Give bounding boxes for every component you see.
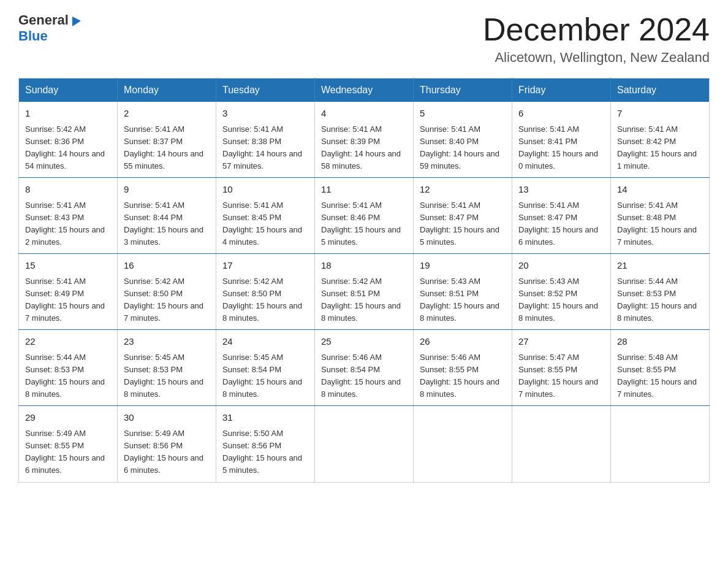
calendar-cell: 23Sunrise: 5:45 AMSunset: 8:53 PMDayligh…: [118, 330, 216, 406]
calendar-cell: 18Sunrise: 5:42 AMSunset: 8:51 PMDayligh…: [315, 254, 414, 330]
day-info: Sunrise: 5:44 AMSunset: 8:53 PMDaylight:…: [617, 277, 697, 323]
day-number: 27: [518, 335, 604, 349]
day-number: 8: [25, 183, 111, 197]
calendar-cell: 14Sunrise: 5:41 AMSunset: 8:48 PMDayligh…: [611, 178, 710, 254]
day-info: Sunrise: 5:50 AMSunset: 8:56 PMDaylight:…: [222, 429, 302, 475]
calendar-cell: 12Sunrise: 5:41 AMSunset: 8:47 PMDayligh…: [414, 178, 512, 254]
calendar-week-row: 8Sunrise: 5:41 AMSunset: 8:43 PMDaylight…: [19, 178, 710, 254]
calendar-cell: 5Sunrise: 5:41 AMSunset: 8:40 PMDaylight…: [414, 102, 512, 178]
day-number: 19: [420, 259, 506, 273]
calendar-week-row: 29Sunrise: 5:49 AMSunset: 8:55 PMDayligh…: [19, 406, 710, 482]
calendar-cell: 29Sunrise: 5:49 AMSunset: 8:55 PMDayligh…: [19, 406, 118, 482]
day-number: 12: [420, 183, 506, 197]
day-info: Sunrise: 5:46 AMSunset: 8:55 PMDaylight:…: [420, 353, 499, 399]
calendar-cell: 24Sunrise: 5:45 AMSunset: 8:54 PMDayligh…: [216, 330, 315, 406]
calendar-cell: 2Sunrise: 5:41 AMSunset: 8:37 PMDaylight…: [118, 102, 216, 178]
day-info: Sunrise: 5:41 AMSunset: 8:42 PMDaylight:…: [617, 124, 697, 170]
day-info: Sunrise: 5:41 AMSunset: 8:47 PMDaylight:…: [518, 201, 598, 247]
day-info: Sunrise: 5:49 AMSunset: 8:55 PMDaylight:…: [25, 429, 105, 475]
day-info: Sunrise: 5:41 AMSunset: 8:39 PMDaylight:…: [321, 124, 401, 170]
calendar-cell: 9Sunrise: 5:41 AMSunset: 8:44 PMDaylight…: [118, 178, 216, 254]
day-number: 18: [321, 259, 407, 273]
calendar-cell: 25Sunrise: 5:46 AMSunset: 8:54 PMDayligh…: [315, 330, 414, 406]
logo: General Blue: [18, 12, 83, 44]
day-number: 28: [617, 335, 703, 349]
day-number: 21: [617, 259, 703, 273]
day-info: Sunrise: 5:49 AMSunset: 8:56 PMDaylight:…: [124, 429, 203, 475]
day-info: Sunrise: 5:43 AMSunset: 8:51 PMDaylight:…: [420, 277, 499, 323]
day-number: 1: [25, 107, 111, 121]
calendar-cell: 16Sunrise: 5:42 AMSunset: 8:50 PMDayligh…: [118, 254, 216, 330]
day-info: Sunrise: 5:41 AMSunset: 8:38 PMDaylight:…: [222, 124, 302, 170]
day-number: 31: [222, 411, 308, 425]
calendar-cell: 15Sunrise: 5:41 AMSunset: 8:49 PMDayligh…: [19, 254, 118, 330]
day-info: Sunrise: 5:41 AMSunset: 8:40 PMDaylight:…: [420, 124, 499, 170]
calendar-cell: 27Sunrise: 5:47 AMSunset: 8:55 PMDayligh…: [512, 330, 611, 406]
logo-blue-text: Blue: [18, 28, 48, 44]
calendar-header-saturday: Saturday: [611, 79, 710, 102]
calendar-cell: 22Sunrise: 5:44 AMSunset: 8:53 PMDayligh…: [19, 330, 118, 406]
day-number: 5: [420, 107, 506, 121]
day-info: Sunrise: 5:45 AMSunset: 8:53 PMDaylight:…: [124, 353, 203, 399]
calendar-cell: 26Sunrise: 5:46 AMSunset: 8:55 PMDayligh…: [414, 330, 512, 406]
day-info: Sunrise: 5:42 AMSunset: 8:36 PMDaylight:…: [25, 124, 105, 170]
day-info: Sunrise: 5:42 AMSunset: 8:50 PMDaylight:…: [124, 277, 203, 323]
calendar-cell: 28Sunrise: 5:48 AMSunset: 8:55 PMDayligh…: [611, 330, 710, 406]
calendar-header-thursday: Thursday: [414, 79, 512, 102]
calendar-cell: [512, 406, 611, 482]
day-info: Sunrise: 5:41 AMSunset: 8:41 PMDaylight:…: [518, 124, 598, 170]
day-number: 23: [124, 335, 210, 349]
day-info: Sunrise: 5:45 AMSunset: 8:54 PMDaylight:…: [222, 353, 302, 399]
calendar-header-friday: Friday: [512, 79, 611, 102]
location-text: Alicetown, Wellington, New Zealand: [483, 50, 710, 66]
page-header: General Blue December 2024 Alicetown, We…: [18, 12, 710, 66]
calendar-table: SundayMondayTuesdayWednesdayThursdayFrid…: [18, 78, 710, 482]
day-number: 7: [617, 107, 703, 121]
calendar-cell: [414, 406, 512, 482]
svg-marker-0: [72, 17, 81, 26]
day-info: Sunrise: 5:42 AMSunset: 8:51 PMDaylight:…: [321, 277, 401, 323]
day-info: Sunrise: 5:44 AMSunset: 8:53 PMDaylight:…: [25, 353, 105, 399]
calendar-cell: 19Sunrise: 5:43 AMSunset: 8:51 PMDayligh…: [414, 254, 512, 330]
day-info: Sunrise: 5:41 AMSunset: 8:37 PMDaylight:…: [124, 124, 203, 170]
day-number: 17: [222, 259, 308, 273]
day-number: 29: [25, 411, 111, 425]
day-info: Sunrise: 5:41 AMSunset: 8:43 PMDaylight:…: [25, 201, 105, 247]
calendar-cell: [611, 406, 710, 482]
day-number: 9: [124, 183, 210, 197]
calendar-cell: 6Sunrise: 5:41 AMSunset: 8:41 PMDaylight…: [512, 102, 611, 178]
calendar-cell: 11Sunrise: 5:41 AMSunset: 8:46 PMDayligh…: [315, 178, 414, 254]
calendar-cell: 4Sunrise: 5:41 AMSunset: 8:39 PMDaylight…: [315, 102, 414, 178]
day-number: 13: [518, 183, 604, 197]
day-number: 20: [518, 259, 604, 273]
calendar-week-row: 15Sunrise: 5:41 AMSunset: 8:49 PMDayligh…: [19, 254, 710, 330]
day-number: 10: [222, 183, 308, 197]
calendar-cell: 7Sunrise: 5:41 AMSunset: 8:42 PMDaylight…: [611, 102, 710, 178]
day-number: 4: [321, 107, 407, 121]
day-info: Sunrise: 5:41 AMSunset: 8:46 PMDaylight:…: [321, 201, 401, 247]
calendar-cell: 31Sunrise: 5:50 AMSunset: 8:56 PMDayligh…: [216, 406, 315, 482]
calendar-header-sunday: Sunday: [19, 79, 118, 102]
calendar-cell: 17Sunrise: 5:42 AMSunset: 8:50 PMDayligh…: [216, 254, 315, 330]
calendar-cell: 3Sunrise: 5:41 AMSunset: 8:38 PMDaylight…: [216, 102, 315, 178]
logo-triangle-icon: [70, 14, 83, 28]
day-number: 2: [124, 107, 210, 121]
day-info: Sunrise: 5:42 AMSunset: 8:50 PMDaylight:…: [222, 277, 302, 323]
day-number: 6: [518, 107, 604, 121]
logo-general-text: General: [18, 12, 69, 28]
day-info: Sunrise: 5:43 AMSunset: 8:52 PMDaylight:…: [518, 277, 598, 323]
title-area: December 2024 Alicetown, Wellington, New…: [483, 12, 710, 66]
calendar-cell: 21Sunrise: 5:44 AMSunset: 8:53 PMDayligh…: [611, 254, 710, 330]
day-info: Sunrise: 5:41 AMSunset: 8:47 PMDaylight:…: [420, 201, 499, 247]
day-number: 30: [124, 411, 210, 425]
day-number: 11: [321, 183, 407, 197]
calendar-header-wednesday: Wednesday: [315, 79, 414, 102]
day-info: Sunrise: 5:47 AMSunset: 8:55 PMDaylight:…: [518, 353, 598, 399]
calendar-cell: 13Sunrise: 5:41 AMSunset: 8:47 PMDayligh…: [512, 178, 611, 254]
day-info: Sunrise: 5:48 AMSunset: 8:55 PMDaylight:…: [617, 353, 697, 399]
calendar-header-monday: Monday: [118, 79, 216, 102]
calendar-cell: 20Sunrise: 5:43 AMSunset: 8:52 PMDayligh…: [512, 254, 611, 330]
calendar-week-row: 22Sunrise: 5:44 AMSunset: 8:53 PMDayligh…: [19, 330, 710, 406]
day-info: Sunrise: 5:41 AMSunset: 8:44 PMDaylight:…: [124, 201, 203, 247]
calendar-cell: 10Sunrise: 5:41 AMSunset: 8:45 PMDayligh…: [216, 178, 315, 254]
